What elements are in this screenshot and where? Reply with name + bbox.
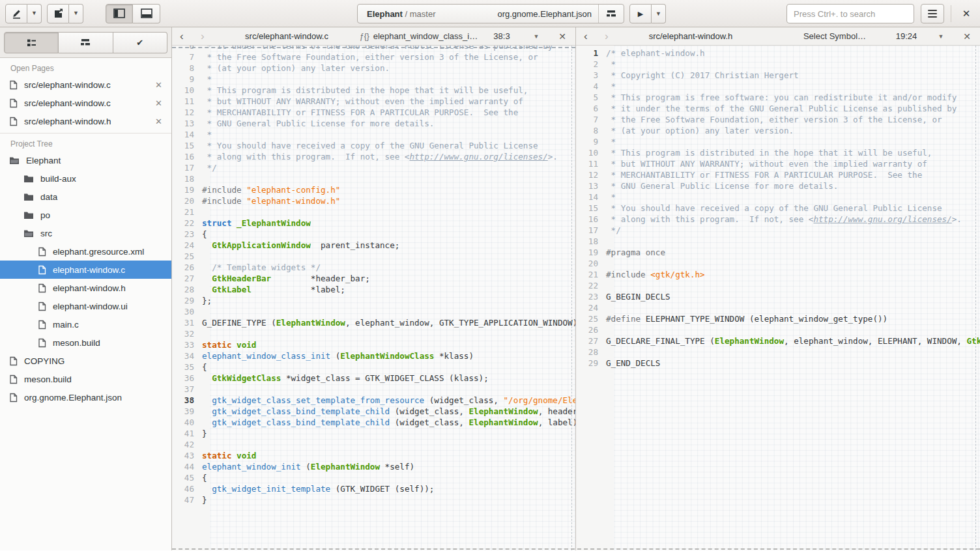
code-line[interactable]: 21#include <gtk/gtk.h> xyxy=(576,269,980,280)
code-line[interactable]: 45{ xyxy=(172,472,575,483)
code-line[interactable]: 26 xyxy=(576,324,980,335)
window-close-button[interactable]: ✕ xyxy=(958,5,975,22)
code-line[interactable]: 39 gtk_widget_class_bind_template_child … xyxy=(172,406,575,417)
code-line[interactable]: 10 * This program is distributed in the … xyxy=(172,85,575,96)
code-line[interactable]: 13 * GNU General Public License for more… xyxy=(172,118,575,129)
code-line[interactable]: 16 * along with this program. If not, se… xyxy=(172,151,575,162)
code-line[interactable]: 13 * GNU General Public License for more… xyxy=(576,180,980,191)
code-line[interactable]: 27G_DECLARE_FINAL_TYPE (ElephantWindow, … xyxy=(576,335,980,346)
code-line[interactable]: 7 * the Free Software Foundation, either… xyxy=(172,51,575,63)
tree-item[interactable]: meson.build xyxy=(0,370,171,388)
open-page-item[interactable]: src/elephant-window.c ✕ xyxy=(0,76,171,94)
code-line[interactable]: 15 * You should have received a copy of … xyxy=(576,203,980,214)
code-line[interactable]: 12 * MERCHANTABILITY or FITNESS FOR A PA… xyxy=(172,107,575,118)
code-line[interactable]: 30 xyxy=(172,306,575,317)
forward-chevron-icon[interactable]: › xyxy=(605,27,609,45)
code-line[interactable]: 19#pragma once xyxy=(576,247,980,258)
code-line[interactable]: 35{ xyxy=(172,361,575,373)
code-line[interactable]: 47} xyxy=(172,494,575,505)
code-line[interactable]: 38 gtk_widget_class_set_template_from_re… xyxy=(172,395,575,406)
code-line[interactable]: 11 * but WITHOUT ANY WARRANTY; without e… xyxy=(576,158,980,169)
code-line[interactable]: 17 */ xyxy=(172,162,575,173)
forward-chevron-icon[interactable]: › xyxy=(201,27,205,45)
tree-item[interactable]: src xyxy=(0,224,171,242)
code-line[interactable]: 8 * (at your option) any later version. xyxy=(172,63,575,74)
back-chevron-icon[interactable]: ‹ xyxy=(180,27,184,45)
code-line[interactable]: 26 /* Template widgets */ xyxy=(172,262,575,273)
code-line[interactable]: 24 GtkApplicationWindow parent_instance; xyxy=(172,240,575,251)
tree-item[interactable]: elephant.gresource.xml xyxy=(0,242,171,261)
code-line[interactable]: 6 * it under the terms of the GNU Genera… xyxy=(576,103,980,114)
tree-item[interactable]: po xyxy=(0,206,171,224)
code-line[interactable]: 29}; xyxy=(172,295,575,306)
tree-item[interactable]: Elephant xyxy=(0,151,171,169)
close-editor-button[interactable]: ✕ xyxy=(556,27,569,45)
code-line[interactable]: 36 GtkWidgetClass *widget_class = GTK_WI… xyxy=(172,373,575,384)
code-line[interactable]: 8 * (at your option) any later version. xyxy=(576,125,980,136)
code-line[interactable]: 14 * xyxy=(576,191,980,203)
tree-item[interactable]: build-aux xyxy=(0,169,171,188)
code-line[interactable]: 14 * xyxy=(172,129,575,140)
code-line[interactable]: 17 */ xyxy=(576,225,980,236)
tree-item[interactable]: meson.build xyxy=(0,333,171,352)
code-line[interactable]: 22 xyxy=(576,280,980,291)
code-line[interactable]: 27 GtkHeaderBar *header_bar; xyxy=(172,273,575,284)
menu-button[interactable] xyxy=(921,4,944,23)
code-line[interactable]: 31G_DEFINE_TYPE (ElephantWindow, elephan… xyxy=(172,317,575,328)
code-line[interactable]: 34elephant_window_class_init (ElephantWi… xyxy=(172,350,575,361)
close-icon[interactable]: ✕ xyxy=(155,98,162,108)
code-line[interactable]: 43static void xyxy=(172,450,575,461)
code-line[interactable]: 5 * This program is free software: you c… xyxy=(576,92,980,103)
share-button[interactable] xyxy=(47,4,69,23)
tab-pages[interactable] xyxy=(4,32,59,53)
tree-item[interactable]: main.c xyxy=(0,315,171,333)
open-page-item[interactable]: src/elephant-window.c ✕ xyxy=(0,94,171,112)
tree-item[interactable]: data xyxy=(0,188,171,206)
code-line[interactable]: 11 * but WITHOUT ANY WARRANTY; without e… xyxy=(172,96,575,107)
search-input[interactable] xyxy=(786,4,914,23)
code-line[interactable]: 10 * This program is distributed in the … xyxy=(576,147,980,158)
code-line[interactable]: 40 gtk_widget_class_bind_template_child … xyxy=(172,417,575,428)
code-line[interactable]: 28 GtkLabel *label; xyxy=(172,284,575,295)
omnibar[interactable]: Elephant / master org.gnome.Elephant.jso… xyxy=(357,4,624,23)
code-line[interactable]: 21 xyxy=(172,206,575,218)
pen-dropdown-button[interactable]: ▼ xyxy=(27,4,42,23)
toggle-bottom-panel-button[interactable] xyxy=(133,4,160,23)
code-line[interactable]: 7 * the Free Software Foundation, either… xyxy=(576,114,980,125)
code-line[interactable]: 32 xyxy=(172,328,575,339)
code-viewport[interactable]: 1/* elephant-window.h2 *3 * Copyright (C… xyxy=(576,46,980,550)
code-line[interactable]: 12 * MERCHANTABILITY or FITNESS FOR A PA… xyxy=(576,169,980,180)
tree-item[interactable]: org.gnome.Elephant.json xyxy=(0,388,171,406)
code-line[interactable]: 3 * Copyright (C) 2017 Christian Hergert xyxy=(576,70,980,81)
code-line[interactable]: 25 xyxy=(172,251,575,262)
tree-item[interactable]: COPYING xyxy=(0,352,171,370)
code-line[interactable]: 37 xyxy=(172,384,575,395)
code-line[interactable]: 4 * xyxy=(576,81,980,92)
pen-button[interactable] xyxy=(5,4,27,23)
run-button[interactable]: ▶ xyxy=(629,4,652,23)
tab-build[interactable] xyxy=(59,32,113,53)
code-line[interactable]: 46 gtk_widget_init_template (GTK_WIDGET … xyxy=(172,483,575,494)
toggle-left-panel-button[interactable] xyxy=(106,4,133,23)
code-line[interactable]: 22struct _ElephantWindow xyxy=(172,218,575,229)
symbol-selector[interactable]: ƒ{} elephant_window_class_i… xyxy=(360,27,502,45)
code-line[interactable]: 9 * xyxy=(576,136,980,147)
code-line[interactable]: 18 xyxy=(576,236,980,247)
code-line[interactable]: 16 * along with this program. If not, se… xyxy=(576,214,980,225)
code-line[interactable]: 9 * xyxy=(172,74,575,85)
close-icon[interactable]: ✕ xyxy=(155,80,162,90)
code-line[interactable]: 23G_BEGIN_DECLS xyxy=(576,291,980,302)
code-line[interactable]: 2 * xyxy=(576,59,980,70)
code-line[interactable]: 18 xyxy=(172,173,575,184)
code-viewport[interactable]: 6 * it under the terms of the GNU Genera… xyxy=(172,46,575,550)
symbol-selector[interactable]: Select Symbol… xyxy=(764,27,906,45)
close-editor-button[interactable]: ✕ xyxy=(960,27,973,45)
code-line[interactable]: 20 xyxy=(576,258,980,269)
code-line[interactable]: 20#include "elephant-window.h" xyxy=(172,195,575,206)
code-line[interactable]: 41} xyxy=(172,428,575,439)
code-line[interactable]: 24 xyxy=(576,302,980,313)
code-line[interactable]: 19#include "elephant-config.h" xyxy=(172,184,575,195)
tab-tests[interactable]: ✔ xyxy=(113,32,167,53)
close-icon[interactable]: ✕ xyxy=(155,117,162,126)
tree-item[interactable]: elephant-window.ui xyxy=(0,297,171,315)
